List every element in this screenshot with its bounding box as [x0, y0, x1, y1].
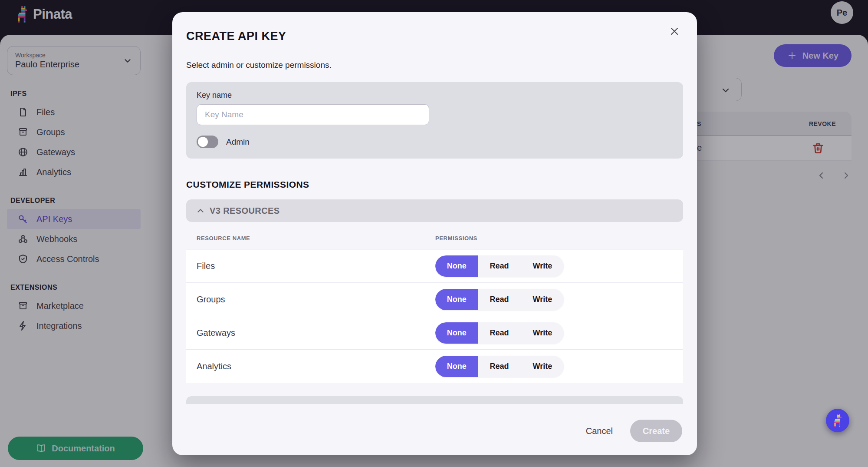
permission-row-files: Files None Read Write	[186, 249, 683, 283]
permission-segmented-control: None Read Write	[435, 356, 564, 377]
permission-option-write[interactable]: Write	[521, 356, 564, 377]
chevron-up-icon	[196, 206, 205, 215]
permissions-table: RESOURCE NAME PERMISSIONS Files None Rea…	[186, 235, 683, 383]
permission-option-none[interactable]: None	[435, 255, 478, 277]
resource-name: Files	[197, 261, 215, 271]
key-name-input[interactable]	[197, 104, 429, 125]
permission-option-read[interactable]: Read	[478, 356, 520, 377]
permission-segmented-control: None Read Write	[435, 255, 564, 277]
resource-name-column-header: RESOURCE NAME	[197, 235, 250, 242]
key-name-label: Key name	[197, 91, 673, 100]
resource-name: Gateways	[197, 328, 235, 338]
permission-option-write[interactable]: Write	[521, 289, 564, 310]
customize-permissions-heading: CUSTOMIZE PERMISSIONS	[186, 179, 683, 190]
permission-option-write[interactable]: Write	[521, 322, 564, 344]
cancel-button[interactable]: Cancel	[586, 426, 613, 436]
modal-title: CREATE API KEY	[186, 30, 683, 43]
resource-name: Groups	[197, 295, 225, 305]
permission-option-none[interactable]: None	[435, 356, 478, 377]
permission-option-read[interactable]: Read	[478, 289, 520, 310]
pinata-icon	[832, 414, 843, 427]
permission-row-groups: Groups None Read Write	[186, 283, 683, 316]
permission-segmented-control: None Read Write	[435, 322, 564, 344]
v3-resources-accordion[interactable]: V3 RESOURCES	[186, 199, 683, 222]
admin-toggle-row: Admin	[197, 136, 673, 148]
permission-option-write[interactable]: Write	[521, 255, 564, 277]
next-section-accordion-peek[interactable]	[186, 396, 683, 404]
modal-footer: Cancel Create	[186, 420, 683, 442]
key-name-panel: Key name Admin	[186, 82, 683, 159]
create-api-key-modal: CREATE API KEY Select admin or customize…	[172, 12, 697, 455]
v3-resources-label: V3 RESOURCES	[210, 206, 280, 216]
permissions-table-header: RESOURCE NAME PERMISSIONS	[186, 235, 683, 243]
admin-toggle[interactable]	[197, 136, 218, 148]
modal-subtitle: Select admin or customize permissions.	[186, 60, 683, 70]
permissions-column-header: PERMISSIONS	[435, 235, 477, 242]
pinata-support-fab[interactable]	[826, 409, 849, 432]
resource-name: Analytics	[197, 361, 231, 371]
permission-row-analytics: Analytics None Read Write	[186, 350, 683, 383]
permission-option-none[interactable]: None	[435, 322, 478, 344]
permission-segmented-control: None Read Write	[435, 289, 564, 310]
toggle-knob	[198, 137, 208, 147]
permission-row-gateways: Gateways None Read Write	[186, 316, 683, 350]
close-icon[interactable]	[668, 23, 686, 40]
permission-option-read[interactable]: Read	[478, 255, 520, 277]
admin-label: Admin	[226, 137, 250, 147]
permission-option-read[interactable]: Read	[478, 322, 520, 344]
create-button[interactable]: Create	[630, 420, 682, 442]
permission-option-none[interactable]: None	[435, 289, 478, 310]
